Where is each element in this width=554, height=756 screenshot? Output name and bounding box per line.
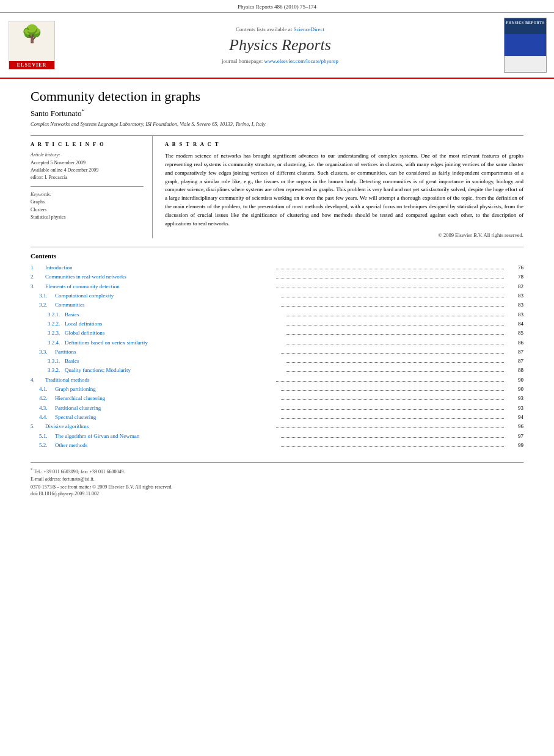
toc-dots xyxy=(281,399,505,400)
banner-center: Contents lists available at ScienceDirec… xyxy=(62,26,498,64)
toc-item: 5. Divisive algorithms 96 xyxy=(31,422,523,431)
toc-item: 3.2.1. Basics 83 xyxy=(31,310,523,319)
toc-number: 3.3.1. xyxy=(31,357,65,366)
divider xyxy=(31,186,144,187)
toc-dots xyxy=(276,381,505,382)
toc-item: 4.1. Graph partitioning 90 xyxy=(31,385,523,394)
affiliation: Complex Networks and Systems Lagrange La… xyxy=(31,121,523,127)
toc-title: Quality functions; Modularity xyxy=(65,366,283,375)
contents-section: Contents 1. Introduction 76 2. Communiti… xyxy=(31,247,523,450)
toc-title: Divisive algorithms xyxy=(45,422,274,431)
keyword-graphs: Graphs xyxy=(31,198,144,206)
toc-number: 4.2. xyxy=(31,394,55,403)
journal-title-banner: Physics Reports xyxy=(62,36,498,54)
toc-dots xyxy=(286,334,505,335)
toc-number: 3.1. xyxy=(31,291,55,300)
toc-page: 84 xyxy=(506,319,523,329)
toc-item: 1. Introduction 76 xyxy=(31,263,523,272)
abstract-col: A B S T R A C T The modern science of ne… xyxy=(165,136,523,238)
sciencedirect-link[interactable]: ScienceDirect xyxy=(294,26,324,32)
toc-page: 83 xyxy=(506,300,523,310)
copyright-notice: 0370-1573/$ – see front matter © 2009 El… xyxy=(31,484,523,490)
abstract-text: The modern science of networks has broug… xyxy=(165,152,523,228)
toc-page: 82 xyxy=(506,282,523,291)
toc-title: Traditional methods xyxy=(45,376,274,385)
toc-number: 4. xyxy=(31,376,45,385)
toc-dots xyxy=(281,446,505,447)
two-column-section: A R T I C L E I N F O Article history: A… xyxy=(31,136,523,238)
journal-header: Physics Reports 486 (2010) 75–174 xyxy=(0,0,554,13)
toc-page: 97 xyxy=(506,432,523,441)
toc-number: 4.4. xyxy=(31,413,55,422)
toc-title: Other methods xyxy=(55,441,279,450)
toc-item: 3.2.3. Global definitions 85 xyxy=(31,329,523,338)
toc-item: 3. Elements of community detection 82 xyxy=(31,282,523,291)
abstract-header: A B S T R A C T xyxy=(165,141,523,147)
toc-item: 3.3. Partitions 87 xyxy=(31,347,523,357)
available-date: Available online 4 December 2009 xyxy=(31,167,144,174)
homepage-link[interactable]: www.elsevier.com/locate/physrep xyxy=(264,58,338,64)
toc-title: Communities xyxy=(55,300,279,310)
toc-title: Global definitions xyxy=(65,329,283,338)
toc-item: 3.2.4. Definitions based on vertex simil… xyxy=(31,338,523,347)
keyword-clusters: Clusters xyxy=(31,206,144,214)
elsevier-logo: 🌳 ELSEVIER xyxy=(7,21,56,70)
toc-item: 3.3.2. Quality functions; Modularity 88 xyxy=(31,366,523,375)
toc-number: 4.1. xyxy=(31,385,55,394)
toc-page: 93 xyxy=(506,404,523,413)
toc-number: 5.1. xyxy=(31,432,55,441)
toc-dots xyxy=(286,362,505,363)
article-info-col: A R T I C L E I N F O Article history: A… xyxy=(31,136,153,238)
toc-title: Graph partitioning xyxy=(55,385,279,394)
keywords-label: Keywords: xyxy=(31,192,144,197)
elsevier-brand-text: ELSEVIER xyxy=(9,61,54,69)
toc-title: Introduction xyxy=(45,263,274,272)
toc-number: 4.3. xyxy=(31,404,55,413)
logo-box: 🌳 ELSEVIER xyxy=(9,21,55,70)
toc-dots xyxy=(281,297,505,297)
toc-number: 3.2.1. xyxy=(31,310,65,319)
footnote-section: * Tel.: +39 011 6603090; fax: +39 011 66… xyxy=(31,462,523,496)
toc-title: Partitional clustering xyxy=(55,404,279,413)
toc-title: Basics xyxy=(65,357,283,366)
toc-number: 2. xyxy=(31,272,45,282)
toc-page: 88 xyxy=(506,366,523,375)
toc-dots xyxy=(281,437,505,438)
editor-info: editor: I. Procaccia xyxy=(31,174,144,181)
toc-number: 5. xyxy=(31,422,45,431)
toc-item: 3.3.1. Basics 87 xyxy=(31,357,523,366)
toc-item: 5.2. Other methods 99 xyxy=(31,441,523,450)
toc-item: 4.4. Spectral clustering 94 xyxy=(31,413,523,422)
toc-item: 2. Communities in real-world networks 78 xyxy=(31,272,523,282)
footnote-email: E-mail address: fortunato@isi.it. xyxy=(31,476,523,483)
toc-number: 3.2.3. xyxy=(31,329,65,338)
toc-title: Communities in real-world networks xyxy=(45,272,274,282)
toc-item: 4.2. Hierarchical clustering 93 xyxy=(31,394,523,403)
toc-number: 3.3.2. xyxy=(31,366,65,375)
journal-homepage-line: journal homepage: www.elsevier.com/locat… xyxy=(62,58,498,64)
toc-title: Basics xyxy=(65,310,283,319)
toc-dots xyxy=(286,325,505,325)
toc-item: 4. Traditional methods 90 xyxy=(31,376,523,385)
toc-page: 85 xyxy=(506,329,523,338)
toc-title: Spectral clustering xyxy=(55,413,279,422)
article-info-header: A R T I C L E I N F O xyxy=(31,141,144,147)
toc-item: 3.1. Computational complexity 83 xyxy=(31,291,523,300)
toc-page: 87 xyxy=(506,357,523,366)
toc-title: Definitions based on vertex similarity xyxy=(65,338,283,347)
author-name: Santo Fortunato* xyxy=(31,108,523,118)
toc-number: 3. xyxy=(31,282,45,291)
toc-page: 83 xyxy=(506,310,523,319)
toc-item: 5.1. The algorithm of Girvan and Newman … xyxy=(31,432,523,441)
history-label: Article history: xyxy=(31,152,144,158)
toc-dots xyxy=(276,288,505,288)
footnote-asterisk: * xyxy=(31,467,32,471)
logo-tree-icon: 🌳 xyxy=(21,24,43,44)
journal-citation: Physics Reports 486 (2010) 75–174 xyxy=(238,4,316,10)
footnote-contact: * Tel.: +39 011 6603090; fax: +39 011 66… xyxy=(31,467,523,476)
toc-page: 99 xyxy=(506,441,523,450)
paper-title: Community detection in graphs xyxy=(31,89,523,104)
page-wrapper: Physics Reports 486 (2010) 75–174 🌳 ELSE… xyxy=(0,0,554,756)
toc-title: Elements of community detection xyxy=(45,282,274,291)
toc-number: 3.3. xyxy=(31,347,55,357)
